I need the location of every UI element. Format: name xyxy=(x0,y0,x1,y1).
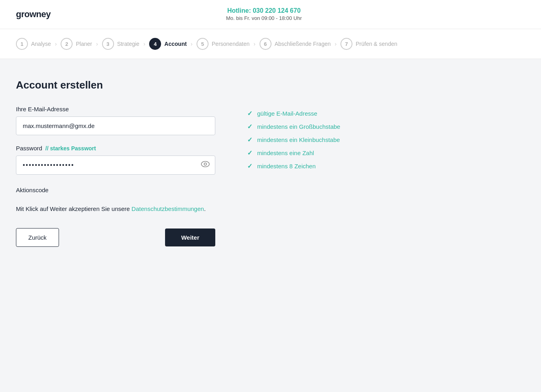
check-icon-4: ✓ xyxy=(247,162,252,170)
password-input[interactable] xyxy=(16,156,215,175)
password-hint: // starkes Passwort xyxy=(45,145,96,152)
step-3[interactable]: 3 Strategie xyxy=(102,38,140,50)
hotline-number: Hotline: 030 220 124 670 xyxy=(226,7,302,14)
step-label-6: Abschließende Fragen xyxy=(275,41,331,47)
step-6[interactable]: 6 Abschließende Fragen xyxy=(260,38,331,50)
step-label-1: Analyse xyxy=(31,41,51,47)
aktionscode-label: Aktionscode xyxy=(16,187,215,193)
next-button[interactable]: Weiter xyxy=(165,229,215,246)
validation-text-1: mindestens ein Großbuchstabe xyxy=(257,123,340,130)
form-layout: Ihre E-Mail-Adresse Password // starkes … xyxy=(16,106,462,263)
validation-item-4: ✓ mindestens 8 Zeichen xyxy=(247,162,462,170)
step-circle-5: 5 xyxy=(197,38,209,50)
password-label-row: Password // starkes Passwort xyxy=(16,145,215,152)
form-left: Ihre E-Mail-Adresse Password // starkes … xyxy=(16,106,215,263)
back-button[interactable]: Zurück xyxy=(16,228,59,247)
check-icon-0: ✓ xyxy=(247,110,252,117)
main-content: Account erstellen Ihre E-Mail-Adresse Pa… xyxy=(0,59,478,279)
step-label-2: Planer xyxy=(76,41,92,47)
step-circle-4: 4 xyxy=(149,38,161,50)
step-4[interactable]: 4 Account xyxy=(149,38,187,50)
validation-item-3: ✓ mindestens eine Zahl xyxy=(247,149,462,157)
svg-point-0 xyxy=(201,162,209,167)
header: growney Hotline: 030 220 124 670 Mo. bis… xyxy=(0,0,541,29)
step-arrow-3: › xyxy=(144,41,146,47)
step-1[interactable]: 1 Analyse xyxy=(16,38,51,50)
step-arrow-1: › xyxy=(55,41,57,47)
step-circle-3: 3 xyxy=(102,38,114,50)
validation-item-2: ✓ mindestens ein Kleinbuchstabe xyxy=(247,136,462,144)
validation-item-1: ✓ mindestens ein Großbuchstabe xyxy=(247,123,462,130)
footer-buttons: Zurück Weiter xyxy=(16,228,215,263)
logo: growney xyxy=(16,9,51,20)
svg-point-1 xyxy=(204,163,207,165)
step-arrow-6: › xyxy=(335,41,337,47)
email-label: Ihre E-Mail-Adresse xyxy=(16,106,215,112)
form-right: ✓ gültige E-Mail-Adresse ✓ mindestens ei… xyxy=(247,106,462,170)
stepper: 1 Analyse › 2 Planer › 3 Strategie › 4 A… xyxy=(0,29,541,59)
check-icon-1: ✓ xyxy=(247,123,252,130)
step-5[interactable]: 5 Personendaten xyxy=(197,38,250,50)
step-arrow-4: › xyxy=(191,41,193,47)
privacy-text-before: Mit Klick auf Weiter akzeptieren Sie uns… xyxy=(16,205,132,212)
email-input[interactable] xyxy=(16,116,215,135)
check-icon-3: ✓ xyxy=(247,149,252,157)
validation-text-0: gültige E-Mail-Adresse xyxy=(257,110,317,117)
validation-text-4: mindestens 8 Zeichen xyxy=(257,163,316,169)
step-arrow-2: › xyxy=(96,41,98,47)
step-label-3: Strategie xyxy=(117,41,140,47)
validation-text-2: mindestens ein Kleinbuchstabe xyxy=(257,136,340,143)
step-label-4: Account xyxy=(164,41,187,47)
privacy-text-after: . xyxy=(204,205,206,212)
validation-list: ✓ gültige E-Mail-Adresse ✓ mindestens ei… xyxy=(247,110,462,170)
step-circle-2: 2 xyxy=(61,38,73,50)
password-wrapper xyxy=(16,156,215,175)
validation-item-0: ✓ gültige E-Mail-Adresse xyxy=(247,110,462,117)
step-label-5: Personendaten xyxy=(212,41,250,47)
privacy-note: Mit Klick auf Weiter akzeptieren Sie uns… xyxy=(16,205,215,212)
password-label: Password xyxy=(16,145,42,152)
eye-icon[interactable] xyxy=(201,161,210,169)
page-title: Account erstellen xyxy=(16,79,462,91)
step-arrow-5: › xyxy=(254,41,256,47)
step-2[interactable]: 2 Planer xyxy=(61,38,92,50)
validation-text-3: mindestens eine Zahl xyxy=(257,150,314,156)
step-circle-7: 7 xyxy=(340,38,352,50)
hotline-block: Hotline: 030 220 124 670 Mo. bis Fr. von… xyxy=(226,7,302,22)
step-7[interactable]: 7 Prüfen & senden xyxy=(340,38,397,50)
check-icon-2: ✓ xyxy=(247,136,252,144)
step-circle-1: 1 xyxy=(16,38,28,50)
step-label-7: Prüfen & senden xyxy=(356,41,397,47)
aktionscode-section: Aktionscode xyxy=(16,187,215,193)
hotline-hours: Mo. bis Fr. von 09:00 - 18:00 Uhr xyxy=(226,15,302,21)
privacy-link[interactable]: Datenschutzbestimmungen xyxy=(132,205,204,212)
step-circle-6: 6 xyxy=(260,38,271,50)
